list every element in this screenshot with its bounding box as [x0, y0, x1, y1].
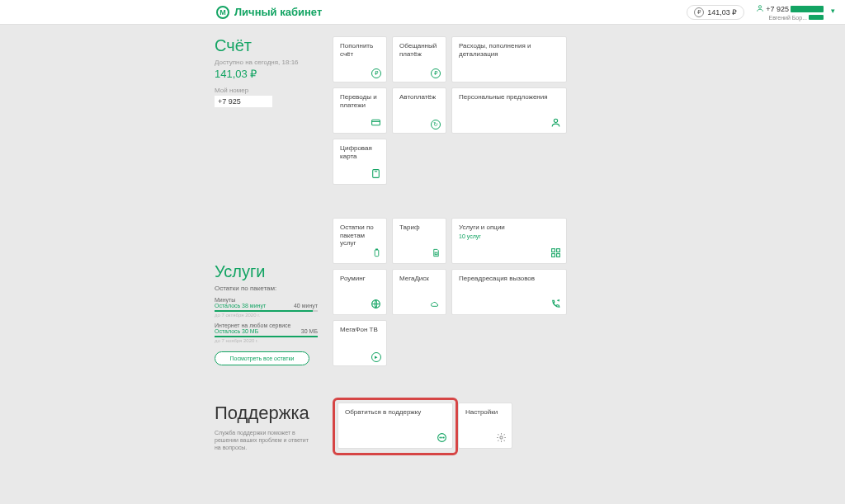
card-topup[interactable]: Пополнить счёт ₽	[333, 36, 387, 82]
support-desc: Служба поддержки поможет в решении ваших…	[215, 429, 314, 451]
minutes-left: Осталось 38 минут	[215, 303, 266, 309]
svg-point-13	[440, 437, 441, 438]
card-autopay[interactable]: Автоплатёж ↻	[392, 87, 446, 134]
name-redaction	[809, 15, 824, 20]
card-promised[interactable]: Обещанный платёж ₽	[392, 36, 446, 82]
services-cards: Остатки по пакетам услуг Тариф Услуги и …	[333, 218, 567, 366]
card-title: Расходы, пополнения и детализация	[459, 42, 559, 58]
view-all-button[interactable]: Посмотреть все остатки	[215, 351, 309, 365]
account-balance[interactable]: 141,03 ₽	[215, 68, 318, 80]
services-title: Услуги	[215, 262, 318, 281]
user-name-text: Евгений Бор...	[768, 15, 807, 21]
internet-label: Интернет на любом сервисе	[215, 323, 318, 328]
card-settings[interactable]: Настройки	[458, 403, 512, 449]
chat-icon	[437, 432, 447, 445]
phone-forward-icon	[550, 299, 561, 311]
card-roaming[interactable]: Роуминг	[333, 269, 387, 315]
card-megafon-tv[interactable]: МегаФон ТВ ▸	[333, 320, 387, 366]
internet-until: до 7 ноября 2020 г.	[215, 338, 318, 343]
internet-total: 30 МБ	[301, 328, 318, 334]
services-sub: Остатки по пакетам:	[215, 285, 318, 292]
minutes-total: 40 минут	[294, 303, 318, 309]
card-personal[interactable]: Персональные предложения	[451, 87, 567, 134]
chevron-down-icon: ▾	[831, 7, 835, 15]
svg-rect-5	[376, 249, 378, 250]
svg-rect-6	[435, 252, 437, 255]
svg-rect-7	[552, 249, 555, 252]
card-megadisk[interactable]: МегаДиск	[392, 269, 446, 315]
card-title: Переадресация вызовов	[459, 275, 559, 283]
card-sub: 10 услуг	[459, 233, 559, 239]
person-icon	[550, 117, 561, 130]
svg-rect-10	[557, 254, 560, 257]
user-phone-prefix: +7 925	[766, 5, 789, 13]
battery-icon	[372, 247, 381, 260]
transfers-icon	[371, 117, 381, 130]
internet-left: Осталось 30 МБ	[215, 328, 258, 334]
cloud-icon	[429, 300, 441, 311]
header-balance: 141,03 ₽	[707, 8, 737, 16]
account-title: Счёт	[215, 36, 318, 55]
svg-point-2	[554, 119, 557, 122]
qr-icon	[550, 247, 561, 260]
my-number-label: Мой номер	[215, 87, 318, 94]
svg-point-15	[443, 437, 444, 438]
avail-label: Доступно на сегодня, 18:16	[215, 59, 318, 66]
sidebar: Счёт Доступно на сегодня, 18:16 141,03 ₽…	[215, 36, 318, 451]
svg-rect-8	[557, 249, 560, 252]
card-title: Тариф	[399, 224, 439, 232]
minutes-progress	[215, 310, 318, 312]
card-title: Персональные предложения	[459, 93, 559, 101]
support-title: Поддержка	[215, 403, 318, 424]
card-title: Пополнить счёт	[340, 42, 380, 58]
svg-point-0	[759, 5, 762, 7]
card-remains[interactable]: Остатки по пакетам услуг	[333, 218, 387, 264]
minutes-block: Минуты Осталось 38 минут 40 минут до 7 о…	[215, 297, 318, 318]
card-title: Обещанный платёж	[399, 42, 439, 58]
svg-rect-4	[375, 250, 379, 257]
card-title: МегаДиск	[399, 275, 439, 283]
internet-block: Интернет на любом сервисе Осталось 30 МБ…	[215, 323, 318, 343]
internet-progress	[215, 336, 318, 337]
card-tariff[interactable]: Тариф	[392, 218, 446, 264]
header-title: Личный кабинет	[234, 6, 322, 18]
ruble-icon: ₽	[694, 7, 704, 17]
gear-icon	[496, 432, 507, 445]
play-icon: ▸	[371, 351, 381, 362]
card-digital[interactable]: Цифровая карта	[333, 139, 387, 185]
phone-redaction	[791, 6, 824, 12]
card-title: Обратиться в поддержку	[345, 408, 446, 417]
card-title: МегаФон ТВ	[340, 326, 380, 334]
services-side: Услуги Остатки по пакетам: Минуты Остало…	[215, 262, 318, 365]
header-bar: М Личный кабинет ₽ 141,03 ₽ +7 925 Евген…	[0, 0, 845, 25]
digital-card-icon	[371, 168, 381, 181]
card-forwarding[interactable]: Переадресация вызовов	[451, 269, 567, 315]
card-expenses[interactable]: Расходы, пополнения и детализация	[451, 36, 567, 82]
ruble-clock-icon: ₽	[431, 67, 441, 78]
card-title: Остатки по пакетам услуг	[340, 224, 380, 247]
user-icon	[756, 4, 764, 14]
card-title: Услуги и опции	[459, 224, 559, 232]
minutes-label: Минуты	[215, 297, 318, 303]
card-services-opts[interactable]: Услуги и опции 10 услуг	[451, 218, 567, 264]
card-title: Цифровая карта	[340, 144, 380, 160]
my-number[interactable]: +7 925	[215, 96, 272, 107]
card-contact-support[interactable]: Обратиться в поддержку	[338, 403, 453, 449]
card-transfers[interactable]: Переводы и платежи	[333, 87, 387, 134]
card-title: Переводы и платежи	[340, 93, 380, 109]
ruble-plus-icon: ₽	[371, 67, 381, 78]
card-title: Автоплатёж	[399, 93, 439, 101]
user-menu[interactable]: +7 925 Евгений Бор... ▾	[756, 4, 835, 21]
svg-rect-1	[372, 120, 380, 125]
autopay-icon: ↻	[431, 118, 441, 130]
globe-icon	[371, 299, 381, 311]
svg-point-14	[441, 437, 442, 438]
minutes-until: до 7 октября 2020 г.	[215, 313, 318, 318]
card-title: Настройки	[465, 408, 505, 417]
svg-point-16	[500, 436, 503, 439]
account-side: Счёт Доступно на сегодня, 18:16 141,03 ₽…	[215, 36, 318, 107]
balance-chip[interactable]: ₽ 141,03 ₽	[687, 5, 744, 20]
sim-icon	[432, 247, 441, 260]
card-title: Роуминг	[340, 275, 380, 283]
svg-rect-3	[373, 170, 380, 178]
